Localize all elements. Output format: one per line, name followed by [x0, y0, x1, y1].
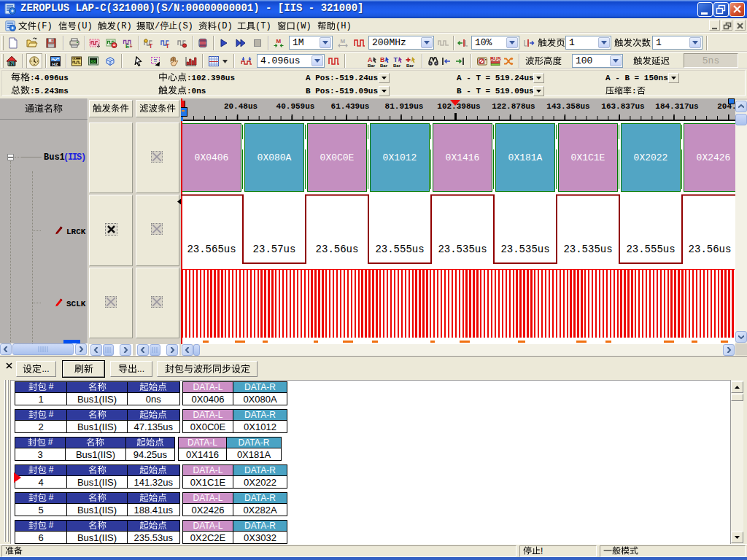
- svg-text:T: T: [394, 56, 398, 63]
- svg-text:Bar: Bar: [380, 63, 388, 68]
- svg-text:M: M: [276, 38, 282, 44]
- svg-text:E: E: [125, 43, 130, 49]
- svg-text:N: N: [10, 61, 14, 67]
- svg-text:HZ: HZ: [53, 62, 58, 66]
- svg-text:B: B: [380, 56, 385, 63]
- svg-text:Bar: Bar: [368, 63, 376, 68]
- svg-text:T: T: [166, 42, 170, 49]
- svg-text:Bar: Bar: [406, 63, 414, 68]
- svg-text:A: A: [368, 56, 373, 63]
- svg-text:M: M: [341, 38, 346, 44]
- svg-text:BUS: BUS: [490, 56, 501, 61]
- svg-text:88: 88: [90, 60, 96, 65]
- svg-text:Bar: Bar: [393, 63, 401, 68]
- svg-text:T: T: [149, 42, 153, 49]
